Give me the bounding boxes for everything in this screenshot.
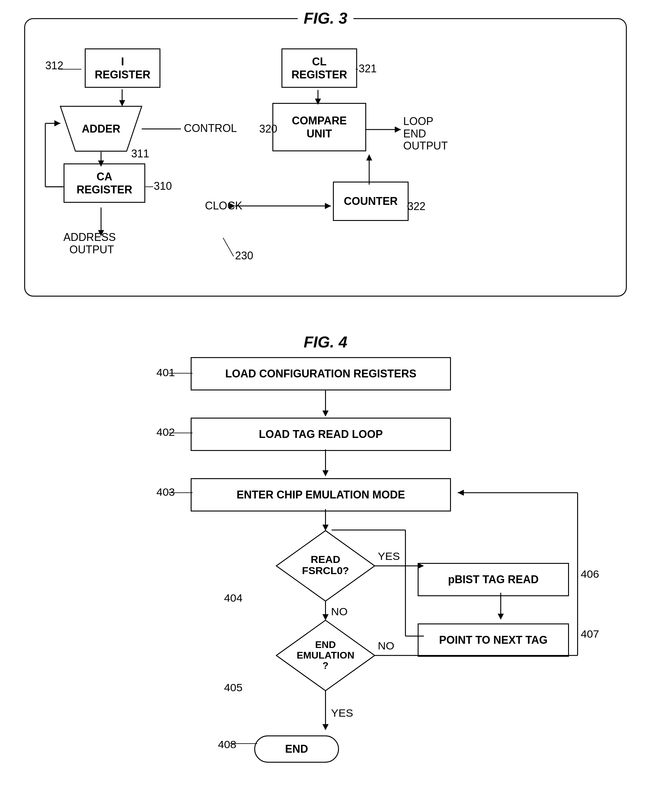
page: FIG. 3 I REGISTER CA REGISTER CL REGISTE… <box>0 0 651 812</box>
end-box: END <box>254 736 339 763</box>
counter-box: COUNTER <box>333 182 409 221</box>
step-407-box: POINT TO NEXT TAG <box>418 623 569 657</box>
svg-text:NO: NO <box>331 605 348 617</box>
svg-text:READ: READ <box>311 554 341 565</box>
compare-unit-box: COMPARE UNIT <box>272 103 366 151</box>
step-403-box: ENTER CHIP EMULATION MODE <box>191 478 451 511</box>
svg-marker-52 <box>322 525 329 531</box>
svg-text:403: 403 <box>156 486 175 498</box>
svg-text:YES: YES <box>331 707 353 719</box>
step-401-box: LOAD CONFIGURATION REGISTERS <box>191 357 451 391</box>
svg-text:EMULATION: EMULATION <box>296 650 355 660</box>
svg-marker-61 <box>498 614 504 620</box>
fig3-title: FIG. 3 <box>304 9 347 27</box>
cl-register-box: CL REGISTER <box>281 49 357 88</box>
svg-text:YES: YES <box>378 550 400 562</box>
step-406-box: pBIST TAG READ <box>418 563 569 596</box>
svg-text:401: 401 <box>156 366 175 379</box>
svg-text:END: END <box>315 640 336 650</box>
fig4-svg: 401 402 403 READ FSRCL0? 404 <box>24 333 627 787</box>
svg-text:NO: NO <box>378 640 394 652</box>
fig3-container: FIG. 3 I REGISTER CA REGISTER CL REGISTE… <box>24 18 627 297</box>
fig4-title: FIG. 4 <box>304 333 347 351</box>
svg-marker-48 <box>322 411 329 417</box>
svg-marker-73 <box>458 490 464 496</box>
fig4-container: FIG. 4 LOAD CONFIGURATION REGISTERS LOAD… <box>24 333 627 787</box>
svg-text:404: 404 <box>224 592 242 604</box>
svg-marker-53 <box>276 531 375 601</box>
svg-marker-63 <box>322 614 329 620</box>
svg-text:405: 405 <box>224 682 242 694</box>
svg-marker-65 <box>276 620 375 691</box>
svg-text:408: 408 <box>218 738 236 750</box>
svg-marker-76 <box>322 724 329 730</box>
ca-register-box: CA REGISTER <box>64 163 145 203</box>
svg-text:406: 406 <box>581 568 599 580</box>
i-register-box: I REGISTER <box>85 49 160 88</box>
svg-text:402: 402 <box>156 426 175 438</box>
step-402-box: LOAD TAG READ LOOP <box>191 418 451 451</box>
svg-text:?: ? <box>322 660 329 671</box>
svg-marker-50 <box>322 470 329 476</box>
svg-text:FSRCL0?: FSRCL0? <box>302 565 349 576</box>
svg-text:407: 407 <box>581 628 599 640</box>
